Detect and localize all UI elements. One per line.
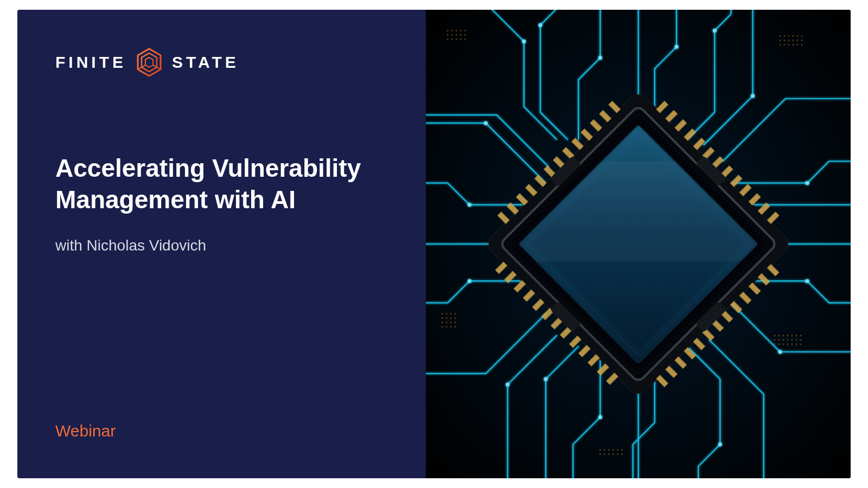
svg-point-94: [751, 94, 755, 98]
svg-point-30: [788, 40, 789, 41]
svg-point-46: [450, 317, 451, 319]
svg-point-22: [779, 35, 781, 37]
svg-point-67: [791, 339, 793, 341]
svg-point-92: [674, 45, 678, 49]
svg-point-79: [608, 449, 610, 451]
hexagon-logo-icon: [136, 48, 162, 77]
svg-point-35: [783, 44, 785, 46]
svg-point-84: [604, 453, 605, 455]
svg-point-60: [791, 335, 793, 336]
svg-point-39: [801, 44, 802, 46]
svg-point-82: [621, 449, 623, 451]
svg-point-70: [774, 343, 775, 345]
svg-point-58: [782, 335, 784, 336]
brand-word-left: FINITE: [55, 53, 126, 72]
svg-point-36: [788, 44, 789, 46]
svg-point-75: [795, 343, 797, 345]
brand-logo: FINITE STATE: [55, 48, 393, 77]
svg-point-76: [800, 343, 801, 345]
svg-point-66: [787, 339, 788, 341]
svg-point-38: [796, 44, 798, 46]
svg-point-65: [782, 339, 784, 341]
svg-point-99: [598, 415, 602, 419]
svg-point-100: [544, 377, 547, 381]
svg-point-102: [467, 279, 471, 283]
svg-point-63: [774, 339, 775, 341]
svg-point-27: [801, 35, 802, 37]
promo-card: FINITE STATE: [17, 10, 851, 478]
svg-point-61: [795, 335, 797, 336]
svg-point-11: [464, 30, 465, 31]
svg-point-25: [792, 35, 794, 37]
svg-point-103: [467, 203, 471, 207]
svg-point-10: [459, 30, 461, 31]
circuit-chip-illustration: [426, 10, 851, 478]
svg-point-85: [608, 453, 610, 455]
svg-point-7: [446, 30, 448, 31]
svg-point-54: [450, 326, 451, 328]
svg-point-98: [718, 442, 722, 446]
svg-point-19: [455, 38, 457, 40]
svg-point-23: [783, 35, 785, 37]
svg-point-31: [792, 40, 794, 41]
svg-point-59: [787, 335, 788, 336]
svg-point-47: [454, 317, 456, 319]
svg-point-21: [464, 38, 465, 40]
svg-point-8: [451, 30, 452, 31]
svg-point-88: [621, 453, 623, 455]
brand-word-right: STATE: [172, 53, 239, 72]
svg-point-73: [787, 343, 788, 345]
svg-point-48: [441, 322, 443, 323]
svg-point-53: [445, 326, 447, 328]
svg-point-69: [800, 339, 801, 341]
svg-point-78: [604, 449, 605, 451]
svg-marker-2: [145, 57, 153, 67]
svg-point-77: [599, 449, 601, 451]
svg-point-80: [612, 449, 614, 451]
svg-point-15: [459, 34, 461, 36]
svg-point-49: [445, 322, 447, 323]
svg-point-13: [451, 34, 452, 36]
svg-point-62: [800, 335, 801, 336]
svg-point-87: [617, 453, 618, 455]
svg-point-86: [612, 453, 614, 455]
svg-point-55: [454, 326, 456, 328]
svg-point-93: [712, 29, 716, 33]
svg-point-68: [795, 339, 797, 341]
svg-point-74: [791, 343, 793, 345]
svg-point-104: [484, 121, 488, 125]
svg-point-45: [445, 317, 447, 319]
svg-point-72: [782, 343, 784, 345]
svg-point-41: [445, 313, 447, 314]
svg-point-57: [778, 335, 780, 336]
svg-point-56: [774, 335, 775, 336]
svg-point-81: [617, 449, 618, 451]
left-panel: FINITE STATE: [17, 10, 426, 478]
category-label: Webinar: [55, 422, 393, 440]
svg-point-28: [779, 40, 781, 41]
svg-point-101: [506, 383, 509, 387]
svg-point-12: [446, 34, 448, 36]
svg-point-95: [805, 181, 809, 185]
svg-point-50: [450, 322, 451, 323]
svg-point-44: [441, 317, 443, 319]
svg-point-97: [778, 350, 782, 354]
svg-point-89: [522, 40, 526, 43]
svg-point-34: [779, 44, 781, 46]
svg-point-24: [788, 35, 789, 37]
svg-point-91: [598, 56, 602, 60]
svg-point-52: [441, 326, 443, 328]
svg-point-32: [796, 40, 798, 41]
svg-point-83: [599, 453, 601, 455]
svg-point-9: [455, 30, 457, 31]
svg-point-90: [538, 23, 542, 27]
svg-point-33: [801, 40, 802, 41]
svg-point-18: [451, 38, 452, 40]
svg-point-37: [792, 44, 794, 46]
svg-point-26: [796, 35, 798, 37]
svg-point-42: [450, 313, 451, 314]
svg-point-17: [446, 38, 448, 40]
slide-subtitle: with Nicholas Vidovich: [55, 237, 393, 254]
svg-point-64: [778, 339, 780, 341]
slide-title: Accelerating Vulnerability Management wi…: [55, 153, 393, 215]
